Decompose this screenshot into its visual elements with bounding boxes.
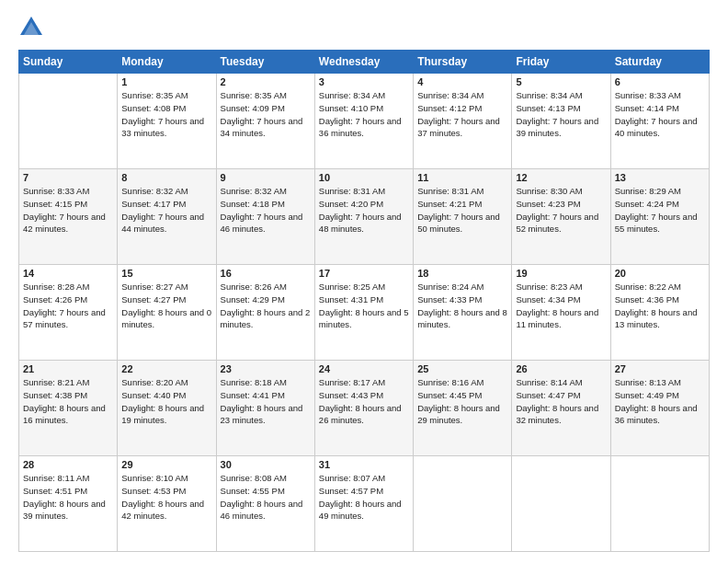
calendar-cell: 2Sunrise: 8:35 AMSunset: 4:09 PMDaylight… (216, 74, 314, 169)
calendar-cell: 5Sunrise: 8:34 AMSunset: 4:13 PMDaylight… (512, 74, 610, 169)
calendar-cell: 1Sunrise: 8:35 AMSunset: 4:08 PMDaylight… (118, 74, 216, 169)
day-number: 22 (121, 363, 211, 374)
day-info: Sunrise: 8:10 AMSunset: 4:53 PMDaylight:… (121, 472, 211, 523)
calendar-cell: 10Sunrise: 8:31 AMSunset: 4:20 PMDayligh… (314, 169, 413, 265)
day-info: Sunrise: 8:35 AMSunset: 4:09 PMDaylight:… (221, 89, 311, 140)
day-info: Sunrise: 8:08 AMSunset: 4:55 PMDaylight:… (221, 472, 311, 523)
day-info: Sunrise: 8:26 AMSunset: 4:29 PMDaylight:… (221, 281, 311, 331)
calendar-cell: 26Sunrise: 8:14 AMSunset: 4:47 PMDayligh… (512, 361, 610, 456)
calendar-cell: 6Sunrise: 8:33 AMSunset: 4:14 PMDaylight… (610, 74, 709, 169)
calendar-cell: 16Sunrise: 8:26 AMSunset: 4:29 PMDayligh… (216, 265, 314, 361)
day-number: 23 (221, 363, 311, 374)
day-number: 3 (319, 76, 409, 87)
day-info: Sunrise: 8:31 AMSunset: 4:21 PMDaylight:… (417, 185, 507, 236)
day-number: 17 (319, 268, 409, 279)
calendar-cell: 29Sunrise: 8:10 AMSunset: 4:53 PMDayligh… (118, 456, 216, 552)
day-info: Sunrise: 8:17 AMSunset: 4:43 PMDaylight:… (319, 376, 409, 427)
calendar-cell: 24Sunrise: 8:17 AMSunset: 4:43 PMDayligh… (314, 361, 413, 456)
day-info: Sunrise: 8:16 AMSunset: 4:45 PMDaylight:… (417, 376, 507, 427)
calendar-week-row: 14Sunrise: 8:28 AMSunset: 4:26 PMDayligh… (19, 265, 710, 361)
day-number: 1 (121, 76, 211, 87)
calendar-cell: 18Sunrise: 8:24 AMSunset: 4:33 PMDayligh… (414, 265, 512, 361)
calendar-week-row: 28Sunrise: 8:11 AMSunset: 4:51 PMDayligh… (19, 456, 710, 552)
calendar-cell: 17Sunrise: 8:25 AMSunset: 4:31 PMDayligh… (314, 265, 413, 361)
header-row: SundayMondayTuesdayWednesdayThursdayFrid… (19, 51, 710, 74)
day-info: Sunrise: 8:11 AMSunset: 4:51 PMDaylight:… (23, 472, 113, 523)
day-info: Sunrise: 8:32 AMSunset: 4:18 PMDaylight:… (221, 185, 311, 236)
day-number: 12 (516, 172, 606, 183)
calendar-week-row: 7Sunrise: 8:33 AMSunset: 4:15 PMDaylight… (19, 169, 710, 265)
day-number: 8 (121, 172, 211, 183)
calendar-cell (610, 456, 709, 552)
day-info: Sunrise: 8:34 AMSunset: 4:12 PMDaylight:… (417, 89, 507, 140)
day-info: Sunrise: 8:35 AMSunset: 4:08 PMDaylight:… (121, 89, 211, 140)
day-number: 26 (516, 363, 606, 374)
day-number: 31 (319, 459, 409, 470)
day-number: 19 (516, 268, 606, 279)
calendar-cell: 28Sunrise: 8:11 AMSunset: 4:51 PMDayligh… (19, 456, 118, 552)
calendar-cell: 27Sunrise: 8:13 AMSunset: 4:49 PMDayligh… (610, 361, 709, 456)
day-header: Thursday (414, 51, 512, 74)
day-header: Wednesday (314, 51, 413, 74)
calendar-cell (512, 456, 610, 552)
page: SundayMondayTuesdayWednesdayThursdayFrid… (0, 0, 728, 563)
day-number: 2 (221, 76, 311, 87)
calendar-cell: 22Sunrise: 8:20 AMSunset: 4:40 PMDayligh… (118, 361, 216, 456)
calendar-table: SundayMondayTuesdayWednesdayThursdayFrid… (18, 50, 710, 552)
calendar-cell: 23Sunrise: 8:18 AMSunset: 4:41 PMDayligh… (216, 361, 314, 456)
day-number: 28 (23, 459, 113, 470)
logo-icon (18, 15, 44, 40)
day-number: 13 (615, 172, 705, 183)
calendar-cell: 21Sunrise: 8:21 AMSunset: 4:38 PMDayligh… (19, 361, 118, 456)
day-info: Sunrise: 8:34 AMSunset: 4:13 PMDaylight:… (516, 89, 606, 140)
day-info: Sunrise: 8:14 AMSunset: 4:47 PMDaylight:… (516, 376, 606, 427)
day-info: Sunrise: 8:34 AMSunset: 4:10 PMDaylight:… (319, 89, 409, 140)
day-header: Saturday (610, 51, 709, 74)
day-header: Monday (118, 51, 216, 74)
calendar-cell: 13Sunrise: 8:29 AMSunset: 4:24 PMDayligh… (610, 169, 709, 265)
calendar-cell: 9Sunrise: 8:32 AMSunset: 4:18 PMDaylight… (216, 169, 314, 265)
day-number: 24 (319, 363, 409, 374)
day-number: 29 (121, 459, 211, 470)
logo (18, 15, 48, 40)
day-number: 25 (417, 363, 507, 374)
day-number: 4 (417, 76, 507, 87)
day-header: Friday (512, 51, 610, 74)
calendar-cell: 8Sunrise: 8:32 AMSunset: 4:17 PMDaylight… (118, 169, 216, 265)
day-info: Sunrise: 8:20 AMSunset: 4:40 PMDaylight:… (121, 376, 211, 427)
day-info: Sunrise: 8:33 AMSunset: 4:14 PMDaylight:… (615, 89, 705, 140)
day-number: 27 (615, 363, 705, 374)
day-info: Sunrise: 8:25 AMSunset: 4:31 PMDaylight:… (319, 281, 409, 331)
calendar-cell: 15Sunrise: 8:27 AMSunset: 4:27 PMDayligh… (118, 265, 216, 361)
day-info: Sunrise: 8:28 AMSunset: 4:26 PMDaylight:… (23, 281, 113, 331)
calendar-cell: 7Sunrise: 8:33 AMSunset: 4:15 PMDaylight… (19, 169, 118, 265)
day-info: Sunrise: 8:29 AMSunset: 4:24 PMDaylight:… (615, 185, 705, 236)
day-info: Sunrise: 8:21 AMSunset: 4:38 PMDaylight:… (23, 376, 113, 427)
day-info: Sunrise: 8:32 AMSunset: 4:17 PMDaylight:… (121, 185, 211, 236)
day-header: Tuesday (216, 51, 314, 74)
calendar-cell (19, 74, 118, 169)
calendar-cell: 31Sunrise: 8:07 AMSunset: 4:57 PMDayligh… (314, 456, 413, 552)
day-info: Sunrise: 8:30 AMSunset: 4:23 PMDaylight:… (516, 185, 606, 236)
day-number: 15 (121, 268, 211, 279)
day-info: Sunrise: 8:18 AMSunset: 4:41 PMDaylight:… (221, 376, 311, 427)
calendar-cell: 20Sunrise: 8:22 AMSunset: 4:36 PMDayligh… (610, 265, 709, 361)
day-number: 6 (615, 76, 705, 87)
day-number: 30 (221, 459, 311, 470)
calendar-week-row: 21Sunrise: 8:21 AMSunset: 4:38 PMDayligh… (19, 361, 710, 456)
day-number: 9 (221, 172, 311, 183)
calendar-cell: 25Sunrise: 8:16 AMSunset: 4:45 PMDayligh… (414, 361, 512, 456)
day-info: Sunrise: 8:33 AMSunset: 4:15 PMDaylight:… (23, 185, 113, 236)
calendar-cell: 4Sunrise: 8:34 AMSunset: 4:12 PMDaylight… (414, 74, 512, 169)
calendar-cell: 12Sunrise: 8:30 AMSunset: 4:23 PMDayligh… (512, 169, 610, 265)
calendar-cell: 14Sunrise: 8:28 AMSunset: 4:26 PMDayligh… (19, 265, 118, 361)
day-info: Sunrise: 8:27 AMSunset: 4:27 PMDaylight:… (121, 281, 211, 331)
day-number: 5 (516, 76, 606, 87)
day-info: Sunrise: 8:23 AMSunset: 4:34 PMDaylight:… (516, 281, 606, 331)
day-number: 16 (221, 268, 311, 279)
day-number: 14 (23, 268, 113, 279)
day-info: Sunrise: 8:07 AMSunset: 4:57 PMDaylight:… (319, 472, 409, 523)
day-info: Sunrise: 8:24 AMSunset: 4:33 PMDaylight:… (417, 281, 507, 331)
day-info: Sunrise: 8:31 AMSunset: 4:20 PMDaylight:… (319, 185, 409, 236)
day-number: 21 (23, 363, 113, 374)
